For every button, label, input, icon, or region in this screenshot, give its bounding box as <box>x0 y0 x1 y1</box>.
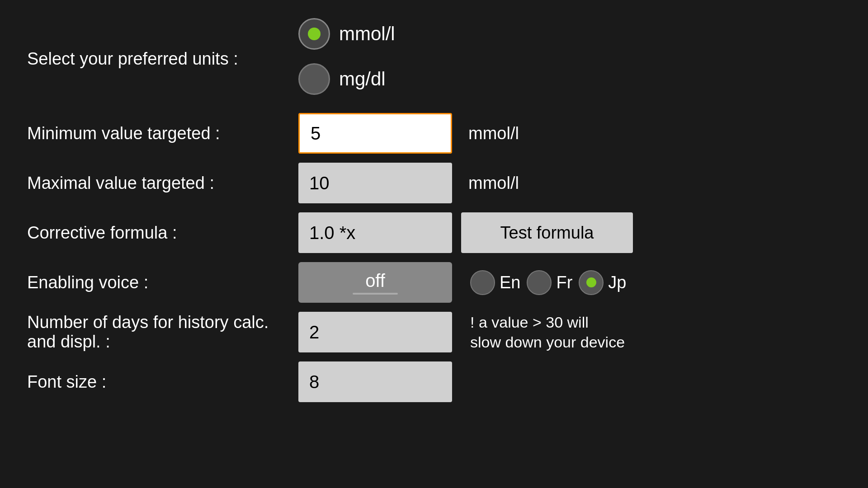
history-warning-line2: slow down your device <box>470 332 625 352</box>
voice-state-text: off <box>365 271 385 291</box>
history-warning-line1: ! a value > 30 will <box>470 312 625 332</box>
formula-label: Corrective formula : <box>27 223 298 243</box>
radio-inner-mgdl <box>308 73 321 85</box>
voice-toggle-indicator <box>353 293 398 295</box>
voice-row: Enabling voice : off En <box>27 258 841 307</box>
units-label: Select your preferred units : <box>27 49 298 69</box>
font-size-controls <box>298 361 841 402</box>
lang-radio-outer-fr <box>527 270 552 295</box>
radio-label-mgdl: mg/dl <box>339 68 386 90</box>
min-value-row: Minimum value targeted : mmol/l <box>27 108 841 158</box>
max-value-label: Maximal value targeted : <box>27 174 298 193</box>
max-value-row: Maximal value targeted : mmol/l <box>27 158 841 208</box>
radio-outer-mgdl <box>298 63 330 95</box>
min-value-input[interactable] <box>298 113 452 154</box>
formula-controls: Test formula <box>298 212 841 253</box>
lang-radio-inner-jp <box>586 277 596 287</box>
min-value-unit: mmol/l <box>468 124 519 143</box>
min-value-controls: mmol/l <box>298 113 841 154</box>
voice-controls: off En Fr <box>298 262 841 303</box>
radio-label-mmol: mmol/l <box>339 23 395 45</box>
max-value-input[interactable] <box>298 163 452 203</box>
lang-option-en[interactable]: En <box>470 270 520 295</box>
lang-label-en: En <box>500 273 520 292</box>
lang-label-fr: Fr <box>556 273 572 292</box>
lang-option-jp[interactable]: Jp <box>579 270 626 295</box>
formula-row: Corrective formula : Test formula <box>27 208 841 258</box>
language-group: En Fr Jp <box>470 270 627 295</box>
radio-outer-mmol <box>298 18 330 50</box>
units-row: Select your preferred units : mmol/l mg/… <box>27 18 841 99</box>
lang-radio-outer-en <box>470 270 495 295</box>
lang-radio-inner-en <box>478 277 488 287</box>
font-size-label: Font size : <box>27 372 298 392</box>
history-input[interactable] <box>298 312 452 352</box>
history-label: Number of days for history calc. and dis… <box>27 313 298 352</box>
units-controls: mmol/l mg/dl <box>298 18 841 99</box>
voice-toggle-button[interactable]: off <box>298 262 452 303</box>
min-value-label: Minimum value targeted : <box>27 124 298 143</box>
font-size-input[interactable] <box>298 361 452 402</box>
test-formula-button[interactable]: Test formula <box>461 212 633 253</box>
history-row: Number of days for history calc. and dis… <box>27 307 841 357</box>
formula-input[interactable] <box>298 212 452 253</box>
history-controls: ! a value > 30 will slow down your devic… <box>298 312 841 352</box>
max-value-unit: mmol/l <box>468 174 519 193</box>
voice-label: Enabling voice : <box>27 273 298 292</box>
lang-radio-outer-jp <box>579 270 604 295</box>
font-size-row: Font size : <box>27 357 841 407</box>
history-warning: ! a value > 30 will slow down your devic… <box>470 312 625 352</box>
radio-inner-mmol <box>308 28 321 40</box>
lang-radio-inner-fr <box>534 277 544 287</box>
lang-label-jp: Jp <box>608 273 626 292</box>
lang-option-fr[interactable]: Fr <box>527 270 572 295</box>
max-value-controls: mmol/l <box>298 163 841 203</box>
units-radio-group: mmol/l mg/dl <box>298 18 395 95</box>
radio-option-mmol[interactable]: mmol/l <box>298 18 395 50</box>
radio-option-mgdl[interactable]: mg/dl <box>298 63 395 95</box>
